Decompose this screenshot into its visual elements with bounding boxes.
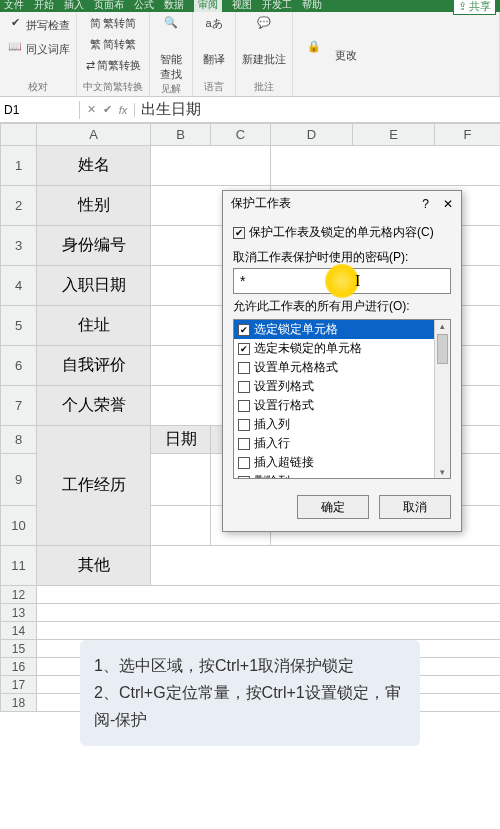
row-header[interactable]: 17 <box>1 676 37 694</box>
row-header[interactable]: 10 <box>1 506 37 546</box>
formula-bar[interactable]: 出生日期 <box>135 98 500 121</box>
tab-start[interactable]: 开始 <box>34 0 54 12</box>
cell[interactable]: 入职日期 <box>37 266 151 306</box>
help-icon[interactable]: ? <box>422 197 429 211</box>
col-header[interactable]: B <box>151 124 211 146</box>
password-input[interactable] <box>233 268 451 294</box>
select-all[interactable] <box>1 124 37 146</box>
scroll-thumb[interactable] <box>437 334 448 364</box>
tab-view[interactable]: 视图 <box>232 0 252 12</box>
col-header[interactable]: C <box>211 124 271 146</box>
translate-button[interactable]: 翻译 <box>203 52 225 67</box>
permission-option[interactable]: 设置单元格格式 <box>234 358 450 377</box>
new-comment-icon[interactable]: 💬 <box>249 16 279 46</box>
book-icon: 📖 <box>6 40 24 58</box>
tab-data[interactable]: 数据 <box>164 0 184 12</box>
enter-icon[interactable]: ✔ <box>100 103 114 117</box>
row-header[interactable]: 15 <box>1 640 37 658</box>
cell[interactable]: 住址 <box>37 306 151 346</box>
col-header[interactable]: E <box>353 124 435 146</box>
row-header[interactable]: 5 <box>1 306 37 346</box>
cell[interactable]: 工作经历 <box>37 426 151 546</box>
cell[interactable]: 日期 <box>151 426 211 454</box>
row-header[interactable]: 9 <box>1 454 37 506</box>
new-comment-button[interactable]: 新建批注 <box>242 52 286 67</box>
row-header[interactable]: 1 <box>1 146 37 186</box>
cell[interactable]: 个人荣誉 <box>37 386 151 426</box>
group-label: 批注 <box>242 80 286 94</box>
permission-option[interactable]: 插入列 <box>234 415 450 434</box>
tab-help[interactable]: 帮助 <box>302 0 322 12</box>
protect-checkbox[interactable]: ✔ 保护工作表及锁定的单元格内容(C) <box>233 224 451 241</box>
password-label: 取消工作表保护时使用的密码(P): <box>233 249 451 266</box>
row-header[interactable]: 11 <box>1 546 37 586</box>
row-header[interactable]: 8 <box>1 426 37 454</box>
col-header[interactable]: D <box>271 124 353 146</box>
simp-to-trad-button[interactable]: 繁简转繁 <box>90 37 136 52</box>
row-header[interactable]: 4 <box>1 266 37 306</box>
instruction-note: 1、选中区域，按Ctrl+1取消保护锁定 2、Ctrl+G定位常量，按Ctrl+… <box>80 640 420 746</box>
permissions-list[interactable]: ✔选定锁定单元格✔选定未锁定的单元格设置单元格格式设置列格式设置行格式插入列插入… <box>233 319 451 479</box>
close-icon[interactable]: ✕ <box>443 197 453 211</box>
fx-icon[interactable]: fx <box>116 103 130 117</box>
group-label: 中文简繁转换 <box>83 80 143 94</box>
thesaurus-button[interactable]: 📖同义词库 <box>6 40 70 58</box>
cn-icon: 繁 <box>90 37 101 52</box>
protect-sheet-dialog: 保护工作表 ? ✕ ✔ 保护工作表及锁定的单元格内容(C) 取消工作表保护时使用… <box>222 190 462 532</box>
note-line: 1、选中区域，按Ctrl+1取消保护锁定 <box>94 652 406 679</box>
row-header[interactable]: 12 <box>1 586 37 604</box>
tab-dev[interactable]: 开发工 <box>262 0 292 12</box>
scrollbar[interactable]: ▴ ▾ <box>434 320 450 478</box>
row-header[interactable]: 6 <box>1 346 37 386</box>
protect-icon[interactable]: 🔒 <box>299 40 329 70</box>
permission-option[interactable]: 插入行 <box>234 434 450 453</box>
permission-option[interactable]: ✔选定锁定单元格 <box>234 320 450 339</box>
row-header[interactable]: 16 <box>1 658 37 676</box>
permission-option[interactable]: 插入超链接 <box>234 453 450 472</box>
changes-button[interactable]: 更改 <box>335 48 357 63</box>
cell[interactable]: 姓名 <box>37 146 151 186</box>
cell[interactable]: 自我评价 <box>37 346 151 386</box>
cn-icon: 简 <box>90 16 101 31</box>
col-header[interactable]: F <box>435 124 501 146</box>
tab-review[interactable]: 审阅 <box>194 0 222 12</box>
name-box-bar: D1 ✕ ✔ fx 出生日期 <box>0 97 500 123</box>
group-label: 见解 <box>156 82 186 96</box>
permission-option[interactable]: 设置行格式 <box>234 396 450 415</box>
row-header[interactable]: 14 <box>1 622 37 640</box>
permission-option[interactable]: 设置列格式 <box>234 377 450 396</box>
scroll-down-icon[interactable]: ▾ <box>435 466 450 478</box>
tab-formula[interactable]: 公式 <box>134 0 154 12</box>
row-header[interactable]: 13 <box>1 604 37 622</box>
spellcheck-icon: ✔ <box>6 16 24 34</box>
row-header[interactable]: 2 <box>1 186 37 226</box>
scroll-up-icon[interactable]: ▴ <box>435 320 450 332</box>
cell[interactable]: 其他 <box>37 546 151 586</box>
text-cursor-icon: I <box>355 272 360 290</box>
cancel-button[interactable]: 取消 <box>379 495 451 519</box>
row-header[interactable]: 7 <box>1 386 37 426</box>
smart-lookup-button[interactable]: 智能 查找 <box>160 52 182 82</box>
permission-option[interactable]: ✔选定未锁定的单元格 <box>234 339 450 358</box>
col-header[interactable]: A <box>37 124 151 146</box>
checkbox-icon <box>238 438 250 450</box>
row-header[interactable]: 18 <box>1 694 37 712</box>
cn-convert-button[interactable]: ⇄简繁转换 <box>86 58 141 73</box>
spellcheck-button[interactable]: ✔拼写检查 <box>6 16 70 34</box>
share-button[interactable]: ⇪共享 <box>453 0 496 15</box>
ok-button[interactable]: 确定 <box>297 495 369 519</box>
cancel-icon[interactable]: ✕ <box>84 103 98 117</box>
cell[interactable]: 性别 <box>37 186 151 226</box>
row-header[interactable]: 3 <box>1 226 37 266</box>
cell[interactable]: 身份编号 <box>37 226 151 266</box>
permission-option[interactable]: 删除列 <box>234 472 450 479</box>
tab-layout[interactable]: 页面布 <box>94 0 124 12</box>
tab-file[interactable]: 文件 <box>4 0 24 12</box>
trad-to-simp-button[interactable]: 简繁转简 <box>90 16 136 31</box>
checkbox-icon: ✔ <box>238 324 250 336</box>
tab-insert[interactable]: 插入 <box>64 0 84 12</box>
insight-icon[interactable]: 🔍 <box>156 16 186 46</box>
name-box[interactable]: D1 <box>0 101 80 119</box>
checkbox-icon: ✔ <box>238 343 250 355</box>
translate-icon[interactable]: aあ <box>199 16 229 46</box>
